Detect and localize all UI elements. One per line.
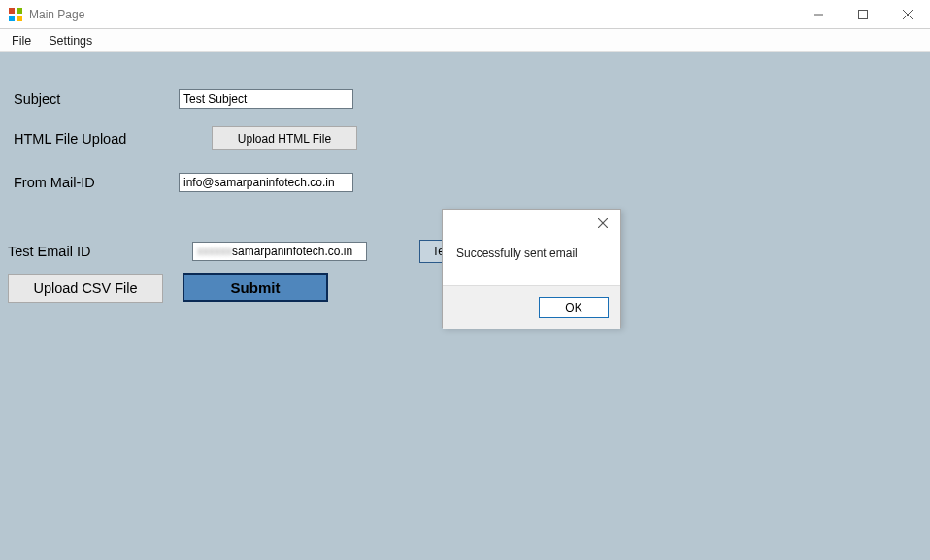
menu-file[interactable]: File [12,34,31,48]
minimize-button[interactable] [796,0,841,29]
test-email-input[interactable]: xxxxxx samarpaninfotech.co.in [192,242,367,261]
test-email-label: Test Email ID [8,244,179,259]
svg-rect-0 [9,8,15,14]
client-area: Subject HTML File Upload Upload HTML Fil… [0,52,930,560]
upload-csv-button[interactable]: Upload CSV File [8,274,163,303]
subject-input[interactable] [179,89,353,109]
from-mail-label: From Mail-ID [14,175,179,190]
window-controls [796,0,930,28]
html-upload-label: HTML File Upload [14,131,179,147]
svg-rect-5 [859,11,868,19]
menubar: File Settings [0,29,930,52]
titlebar: Main Page [0,0,930,29]
from-mail-input[interactable] [179,173,353,192]
app-icon [8,7,23,22]
dialog-message: Successfully sent email [443,237,620,285]
dialog-ok-button[interactable]: OK [539,297,609,318]
submit-button[interactable]: Submit [183,273,328,302]
test-email-masked: xxxxxx [197,245,232,258]
window-title: Main Page [29,8,796,21]
maximize-button[interactable] [841,0,885,29]
menu-settings[interactable]: Settings [49,34,92,48]
upload-html-button[interactable]: Upload HTML File [212,126,357,150]
subject-label: Subject [14,91,179,107]
close-button[interactable] [885,0,930,29]
svg-rect-1 [17,8,22,14]
dialog-footer: OK [443,285,620,329]
svg-rect-2 [9,16,15,21]
dialog-close-button[interactable] [591,214,614,233]
svg-rect-3 [17,16,22,21]
message-dialog: Successfully sent email OK [442,209,621,328]
test-email-suffix: samarpaninfotech.co.in [232,245,352,258]
dialog-titlebar [443,210,620,237]
